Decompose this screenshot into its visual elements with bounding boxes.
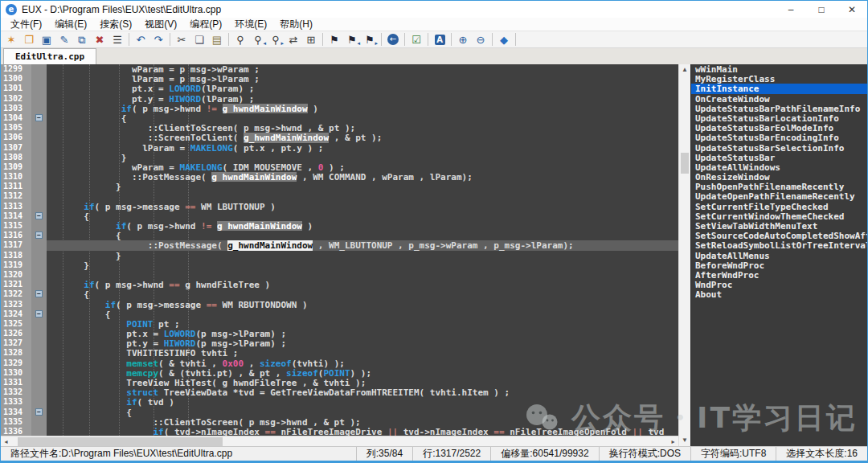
maximize-button[interactable]: □ [806,1,837,18]
fold-collapse-icon[interactable]: − [35,408,43,416]
replace-in-files-button[interactable]: ⊞ [302,31,320,47]
symbol-item[interactable]: UpdateStatusBarSelectionInfo [691,143,867,153]
code-line[interactable]: 1303 if( p_msg->hwnd != g_hwndMainWindow… [1,104,678,113]
prev-bookmark-button[interactable]: ⚑◂ [343,31,361,47]
code-line[interactable]: 1309 wParam = MAKELONG( IDM_MOUSEMOVE , … [1,162,678,172]
symbol-item[interactable]: InitInstance [691,84,867,93]
symbol-item[interactable]: WndProc [691,280,867,289]
scroll-left-icon[interactable]: ◂ [1,438,11,445]
symbol-item[interactable]: SetSourceCodeAutoCompletedShowAfter [691,231,867,240]
symbol-item[interactable]: OnResizeWindow [691,172,867,182]
symbol-item[interactable]: UpdateAllMenus [691,251,867,260]
symbol-item[interactable]: SetCurrentFileTypeChecked [691,202,867,211]
horizontal-scroll-track[interactable] [11,436,668,447]
close-button[interactable]: ✕ [837,1,867,18]
code-line[interactable]: 1328 TVHITTESTINFO tvhti ; [1,348,678,358]
close-file-button[interactable]: ✖ [91,31,108,47]
new-file-button[interactable]: ✶ [2,31,20,47]
bookmark-button[interactable]: ⚑ [326,31,343,47]
code-line[interactable]: 1316− { [1,231,678,240]
code-line[interactable]: 1330 memcpy( & (tvhti.pt) , & pt , sizeo… [1,368,678,378]
code-line[interactable]: 1306 ::ScreenToClient( g_hwndMainWindow … [1,133,678,142]
code-line[interactable]: 1315 if( p_msg->hwnd != g_hwndMainWindow… [1,221,678,231]
symbol-item[interactable]: UpdateStatusBarEolModeInfo [691,123,867,133]
fold-margin[interactable]: − [31,289,47,299]
code-line[interactable]: 1321 if( p_msg->hwnd == g_hwndFileTree ) [1,280,678,289]
code-line[interactable]: 1327 pt.y = HIWORD(p_msg->lParam) ; [1,338,678,348]
code-line[interactable]: 1314− { [1,211,678,221]
fold-margin[interactable]: − [31,211,47,221]
code-line[interactable]: 1318 } [1,251,678,260]
menu-item[interactable]: 环境(E) [228,18,273,31]
code-line[interactable]: 1335 ::ClientToScreen( p_msg->hwnd , & p… [1,417,678,427]
fold-margin[interactable]: − [31,113,47,123]
symbol-item[interactable]: UpdateStatusBarPathFilenameInfo [691,104,867,113]
fold-collapse-icon[interactable]: − [35,114,43,121]
symbol-item[interactable]: OnCreateWindow [691,94,867,104]
symbol-item[interactable]: SetViewTabWidthMenuText [691,221,867,231]
symbol-item[interactable]: PushOpenPathFilenameRecently [691,182,867,191]
symbol-item[interactable]: AfterWndProc [691,270,867,280]
horizontal-scroll-thumb[interactable] [18,437,223,446]
undo-button[interactable]: ↶ [132,31,149,47]
symbol-item[interactable]: MyRegisterClass [691,74,867,84]
fold-collapse-icon[interactable]: − [35,212,43,219]
fold-margin[interactable]: − [31,408,47,417]
code-line[interactable]: 1300 lParam = p_msg->lParam ; [1,74,678,84]
code-line[interactable]: 1323 if( p_msg->message == WM_RBUTTONDOW… [1,300,678,309]
symbol-item[interactable]: UpdateStatusBar [691,153,867,162]
code-line[interactable]: 1334− { [1,408,678,417]
save-as-button[interactable]: ✎ [55,31,73,47]
code-line[interactable]: 1324− { [1,309,678,319]
code-line[interactable]: 1313 if( p_msg->message == WM_LBUTTONUP … [1,202,678,211]
symbol-item[interactable]: SetReloadSymbolListOrTreeIntervalMen [691,240,867,250]
vertical-scrollbar[interactable]: ▲ ▼ [678,64,690,446]
open-file-button[interactable]: ❐ [20,31,38,47]
menu-item[interactable]: 文件(F) [4,18,48,31]
vertical-scroll-thumb[interactable] [681,153,689,174]
code-line[interactable]: 1333 if( tvd ) [1,397,678,407]
menu-item[interactable]: 编程(P) [183,18,228,31]
menu-item[interactable]: 视图(V) [138,18,183,31]
code-line[interactable]: 1331 TreeView_HitTest( g_hwndFileTree , … [1,378,678,387]
find-button[interactable]: ⚲ [231,31,249,47]
copy-button[interactable]: ❏ [190,31,208,47]
find-next-button[interactable]: ⚲▸ [267,31,285,47]
save-file-button[interactable]: ▣ [38,31,55,47]
code-line[interactable]: 1302 pt.y = HIWORD(lParam) ; [1,94,678,104]
find-prev-button[interactable]: ⚲◂ [249,31,267,47]
code-editor[interactable]: 1299 wParam = p_msg->wParam ;1300 lParam… [1,64,678,436]
horizontal-scrollbar[interactable]: ◂ ▸ [1,436,678,446]
code-line[interactable]: 1312 [1,191,678,201]
file-list-button[interactable]: ☰ [108,31,126,47]
tab-editultra-cpp[interactable]: EditUltra.cpp [3,48,96,64]
code-line[interactable]: 1305 ::ClientToScreen( p_msg->hwnd , & p… [1,123,678,133]
fold-collapse-icon[interactable]: − [35,310,43,318]
about-button[interactable]: ◆ [495,31,513,47]
menu-item[interactable]: 编辑(E) [48,18,93,31]
scroll-up-icon[interactable]: ▲ [679,64,690,76]
fold-collapse-icon[interactable]: − [35,232,43,239]
redo-button[interactable]: ↷ [149,31,167,47]
code-line[interactable]: 1336 if( tvd->nImageIndex == nFileTreeIm… [1,427,678,436]
code-line[interactable]: 1304− { [1,113,678,123]
minimize-button[interactable]: – [776,1,806,18]
replace-button[interactable]: ⇄ [285,31,302,47]
menu-item[interactable]: 帮助(H) [273,18,319,31]
symbol-item[interactable]: wWinMain [691,64,867,74]
zoom-in-button[interactable]: ⊕ [454,31,472,47]
code-line[interactable]: 1326 pt.x = LOWORD(p_msg->lParam) ; [1,329,678,338]
todo-list-button[interactable]: ☑ [407,31,425,47]
code-line[interactable]: 1311 } [1,182,678,191]
code-line[interactable]: 1307 lParam = MAKELONG( pt.x , pt.y ) ; [1,143,678,153]
code-line[interactable]: 1322− { [1,289,678,299]
code-line[interactable]: 1329 memset( & tvhti , 0x00 , sizeof(tvh… [1,359,678,368]
scroll-right-icon[interactable]: ▸ [668,438,678,445]
code-line[interactable]: 1308 } [1,153,678,162]
fold-margin[interactable]: − [31,309,47,319]
cut-button[interactable]: ✂ [173,31,190,47]
symbol-item[interactable]: BeforeWndProc [691,260,867,270]
paste-button[interactable]: ▤ [208,31,226,47]
save-all-button[interactable]: ⧉ [73,31,91,47]
symbol-item[interactable]: About [691,289,867,299]
